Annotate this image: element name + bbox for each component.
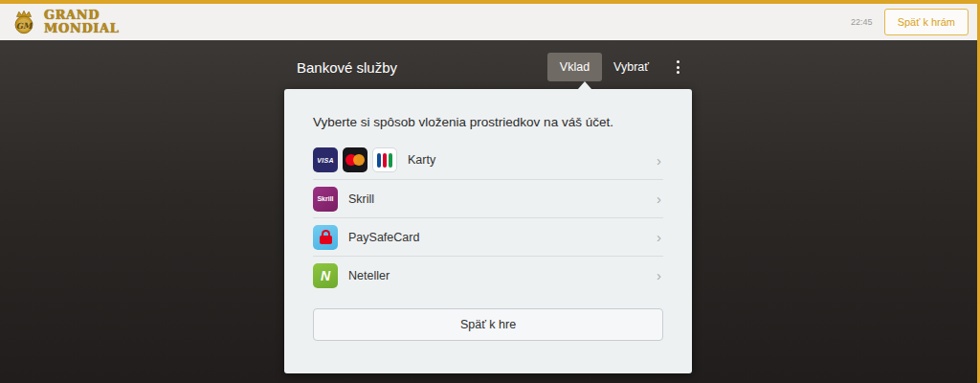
header-right-group: 22:45 Späť k hrám bbox=[851, 9, 969, 35]
crest-crown-icon: GM bbox=[10, 8, 38, 36]
page-title: Bankové služby bbox=[284, 59, 547, 76]
main-stage: Bankové služby Vklad Vybrať Vyberte si s… bbox=[0, 40, 980, 383]
jcb-icon bbox=[372, 147, 397, 172]
paysafecard-lock-icon bbox=[313, 225, 338, 250]
chevron-right-icon: › bbox=[657, 153, 663, 168]
mastercard-icon bbox=[343, 147, 368, 172]
svg-text:GM: GM bbox=[16, 21, 33, 31]
neteller-icon: N bbox=[313, 263, 338, 288]
brand-name: GRAND MONDIAL bbox=[44, 9, 119, 34]
brand-line-1: GRAND bbox=[44, 9, 119, 22]
brand-line-2: MONDIAL bbox=[44, 22, 119, 35]
tab-deposit[interactable]: Vklad bbox=[547, 53, 602, 81]
chevron-right-icon: › bbox=[657, 268, 663, 282]
back-to-game-button[interactable]: Späť k hre bbox=[313, 308, 663, 341]
method-row-neteller[interactable]: N Neteller › bbox=[313, 256, 663, 294]
skrill-badge-group: Skrill bbox=[313, 187, 338, 212]
tab-withdraw[interactable]: Vybrať bbox=[613, 53, 649, 81]
skrill-icon: Skrill bbox=[313, 187, 338, 212]
banking-header-bar: Bankové služby Vklad Vybrať bbox=[284, 52, 692, 82]
payment-method-list: VISA Karty › Skrill Skri bbox=[313, 141, 663, 294]
method-label: PaySafeCard bbox=[348, 231, 419, 244]
chevron-right-icon: › bbox=[657, 192, 663, 206]
visa-icon: VISA bbox=[313, 147, 338, 172]
method-row-karty[interactable]: VISA Karty › bbox=[313, 141, 663, 179]
neteller-badge-group: N bbox=[313, 263, 338, 288]
card-badges: VISA bbox=[313, 147, 397, 172]
brand-logo[interactable]: GM GRAND MONDIAL bbox=[10, 8, 119, 36]
paysafecard-badge-group bbox=[313, 225, 338, 250]
chevron-right-icon: › bbox=[657, 230, 663, 244]
clock-time: 22:45 bbox=[851, 17, 873, 27]
modal-intro-text: Vyberte si spôsob vloženia prostriedkov … bbox=[313, 115, 663, 129]
kebab-menu-icon[interactable] bbox=[674, 57, 682, 77]
method-label: Skrill bbox=[348, 192, 374, 206]
back-to-games-button[interactable]: Späť k hrám bbox=[884, 9, 969, 35]
method-label: Neteller bbox=[348, 269, 390, 282]
top-header: GM GRAND MONDIAL 22:45 Späť k hrám bbox=[0, 4, 980, 40]
method-row-skrill[interactable]: Skrill Skrill › bbox=[313, 179, 663, 217]
modal-caret bbox=[578, 81, 591, 89]
method-label: Karty bbox=[408, 153, 435, 167]
deposit-methods-modal: Vyberte si spôsob vloženia prostriedkov … bbox=[284, 89, 692, 373]
casino-window: GM GRAND MONDIAL 22:45 Späť k hrám Banko… bbox=[0, 0, 980, 383]
method-row-paysafecard[interactable]: PaySafeCard › bbox=[313, 217, 663, 256]
